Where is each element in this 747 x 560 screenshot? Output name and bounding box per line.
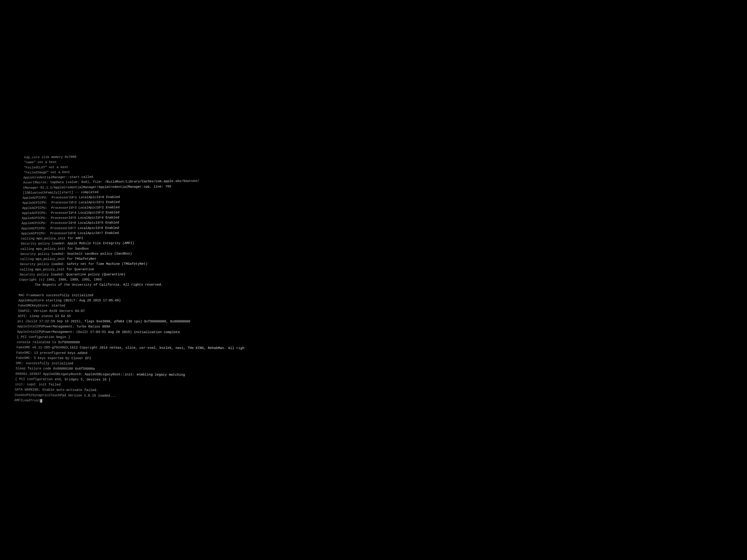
terminal-line: 000001.183037 AppleUSBLegacyRoot0: Apple… [15,372,185,377]
terminal-line: init: supd: init failed [15,382,61,386]
terminal-line: AppleIntelCPUPowerManagement: (built 17:… [17,330,180,334]
terminal-line: The Regents of the University of Califor… [19,283,163,287]
terminal-line: calling mpo_policy_init for Quarantine [20,267,94,271]
terminal-line: AppleKeyStore starting (BUILT: Aug 26 20… [18,299,121,303]
terminal-line: [ PCI configuration begin ] [17,335,70,339]
terminal-line: AMFILoadTrust [14,399,40,403]
terminal-line: Security policy loaded: Apple Mobile Fil… [21,241,134,246]
terminal-line: AssertMacros: tmpData (value: 0x0), file… [23,179,199,185]
terminal-line: calling mpo_policy_init for AMFI [21,237,83,241]
terminal-line: AppleCredentialManager::start called [23,175,93,180]
terminal-line: VoodooPS2SynapticsTouchPad Version 1.8.1… [15,393,116,398]
terminal-line: Copyright (c) 1982, 1986, 1989, 1991, 19… [19,278,102,282]
terminal-line: Sleep failure code 0x00000100 0x6f58000a [16,367,95,371]
terminal-line: AppleACPICPU: ProcessorId=1 LocalApicId=… [22,195,120,200]
terminal-line: kdp_core zlib memory 0x7000 [24,155,76,159]
terminal-line: pci (build 17:22:59 Sep 16 2015), flags … [18,320,190,324]
terminal-output: kdp_core zlib memory 0x7000 "name" not a… [14,152,312,405]
terminal-cursor [40,399,42,402]
terminal-line: AppleACPICPU: ProcessorId=6 LocalApicId=… [22,221,119,225]
terminal-line: FakeSMCKeyStore: started [18,304,65,308]
terminal-line: [ PCI configuration end, bridges 5, devi… [15,377,110,381]
terminal-line: Security policy loaded: Safety net for T… [20,262,148,266]
terminal-line: IManager-82.1.1/AppleCredentialManager/A… [23,185,172,190]
terminal-line: FakeSMC v6.11-285-gf024943,1613 Copyrigh… [17,346,244,350]
terminal-line: SATA WARNING: Enable auto-activate faile… [15,388,98,392]
terminal-line: AppleACPICPU: ProcessorId=4 LocalApicId=… [22,211,120,215]
terminal-line: AppleACPICPU: ProcessorId=3 LocalApicId=… [22,206,120,210]
terminal-line: AppleACPICPU: ProcessorId=5 LocalApicId=… [22,216,120,220]
terminal-screen: kdp_core zlib memory 0x7000 "name" not a… [5,145,321,420]
terminal-line: FakeSMC: 13 preconfigured keys added [16,351,87,355]
terminal-line: IOAPIC: Version 0x20 Vectors 64:87 [18,309,85,313]
terminal-line: MAC Framework successfully initialized [19,293,93,297]
terminal-line: "FailedCLUT" not a kext [24,165,69,169]
terminal-line: ACPI: sleep states S3 S4 S5 [18,314,71,318]
terminal-line: AppleACPICPU: ProcessorId=2 LocalApicId=… [22,201,120,205]
terminal-line: Security policy loaded: Seatbelt sandbox… [20,252,132,256]
terminal-line: calling mpo_policy_init for Sandbox [20,247,89,251]
terminal-line: AppleACPICPU: ProcessorId=7 LocalApicId=… [21,226,119,230]
terminal-line: [IOBluetoothFamily][start] -- completed [23,190,98,195]
terminal-line: FakeSMC: 5 keys exported by Clover EFI [16,356,91,360]
terminal-line: "FailedImage" not a kext [24,170,70,175]
terminal-line: console relocated to 0xf80000000 [17,340,80,345]
terminal-line: calling mpo_policy_init for TMSafetyNet [20,257,96,261]
terminal-line: AppleACPICPU: ProcessorId=8 LocalApicId=… [21,231,119,236]
screen-wrapper: kdp_core zlib memory 0x7000 "name" not a… [5,140,747,423]
terminal-line: SMC: successfully initialized [16,362,73,366]
terminal-line: AppleIntelCPUPowerManagement: Turbo Rati… [17,325,110,328]
terminal-line: Security policy loaded: Quarantine polic… [20,272,126,276]
terminal-line: "name" not a kext [24,160,57,164]
